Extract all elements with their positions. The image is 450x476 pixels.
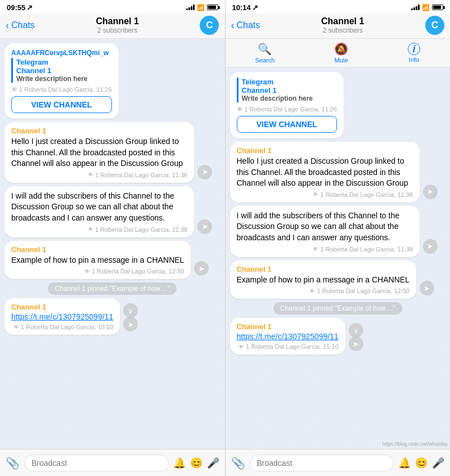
right-link-channel: Channel 1 [237, 322, 339, 331]
left-right-icons: 🔔 😊 🎤 [173, 457, 219, 469]
left-msg2-text: I will add the subscribers of this Chann… [11, 191, 187, 224]
left-msg1-eye: 👁 [88, 172, 93, 178]
right-chat-area[interactable]: Telegram Channel 1 Write description her… [226, 68, 451, 449]
left-msg2-eye: 👁 [88, 226, 93, 232]
left-attach-icon[interactable]: 📎 [6, 456, 20, 470]
right-telegram-label: Telegram [242, 78, 338, 86]
right-msg2-forward[interactable]: ➤ [423, 239, 438, 254]
right-view-channel-btn[interactable]: VIEW CHANNEL [237, 116, 338, 133]
right-back-button[interactable]: ‹ Chats [231, 20, 260, 32]
right-welcome-card: Telegram Channel 1 Write description her… [230, 72, 344, 138]
left-link-meta: 👁 1 Roberta Dal Lago Garcia, 15:10 [11, 324, 113, 330]
left-bell-icon[interactable]: 🔔 [173, 457, 186, 469]
right-back-chevron: ‹ [231, 20, 235, 32]
left-pin-notification: Channel 1 pinned "Example of how ..." [48, 282, 177, 295]
right-arrow: ↗ [252, 3, 258, 12]
right-info-icon: i [408, 43, 420, 55]
left-link-bar: Telegram Channel 1 Write description her… [11, 58, 112, 83]
left-broadcast-input[interactable] [24, 455, 169, 471]
right-msg3-eye: 👁 [309, 288, 315, 294]
right-time: 10:14 [232, 3, 251, 12]
left-back-button[interactable]: ‹ Chats [6, 20, 35, 32]
left-message-2: I will add the subscribers of this Chann… [4, 186, 194, 237]
right-status-right: 📶 [411, 4, 443, 11]
right-link-bar: Telegram Channel 1 Write description her… [237, 78, 338, 102]
left-welcome-meta: 👁 1 Roberta Dal Lago Garcia, 11:26 [11, 86, 112, 93]
right-link-eye: 👁 [238, 344, 244, 350]
left-emoji-icon[interactable]: 😊 [190, 457, 202, 469]
left-msg1-text: Hello I just created a Discussion Group … [11, 136, 187, 169]
left-header: ‹ Chats Channel 1 2 subscribers C [0, 14, 225, 39]
right-info-action[interactable]: i Info [408, 43, 420, 63]
left-msg3-eye: 👁 [84, 268, 90, 275]
right-msg3-meta: 👁 1 Roberta Dal Lago Garcia, 12:50 [237, 288, 410, 294]
left-msg1-forward[interactable]: ➤ [197, 165, 212, 179]
right-avatar[interactable]: C [425, 16, 444, 35]
right-status-bar: 10:14 ↗ 📶 [226, 0, 451, 14]
right-emoji-icon[interactable]: 😊 [415, 457, 428, 469]
right-message-2: I will add the subscribers of this Chann… [230, 206, 420, 257]
left-eye-icon: 👁 [11, 86, 17, 93]
right-search-icon: 🔍 [258, 42, 272, 56]
right-eye-icon: 👁 [237, 106, 243, 113]
left-battery-icon [207, 5, 218, 10]
left-message-1: Channel 1 Hello I just created a Discuss… [4, 122, 194, 183]
right-screen: 10:14 ↗ 📶 ‹ Chats Channel 1 2 subscriber… [226, 0, 451, 476]
left-msg2-meta: 👁 1 Roberta Dal Lago Garcia, 11:38 [11, 226, 187, 233]
right-msg1-forward[interactable]: ➤ [423, 185, 438, 199]
right-pin-notification: Channel 1 pinned "Example of how ..." [273, 302, 402, 315]
right-link-meta: 👁 1 Roberta Dal Lago Garcia, 15:10 [237, 343, 339, 350]
right-description: Write description here [242, 95, 338, 102]
left-back-chevron: ‹ [6, 20, 9, 32]
right-link-forward[interactable]: ➤ [349, 336, 363, 351]
left-link-forward[interactable]: ➤ [123, 317, 138, 331]
right-link-text[interactable]: https://t.me/c/1307925099/11 [237, 332, 339, 341]
right-right-icons: 🔔 😊 🎤 [398, 457, 444, 469]
right-welcome-meta: 👁 1 Roberta Dal Lago Garcia, 11:26 [237, 106, 338, 113]
left-channel-name: Channel 1 [96, 16, 138, 26]
left-msg3-forward[interactable]: ➤ [194, 261, 209, 276]
left-message-3: Channel 1 Example of how to pin a messag… [4, 241, 191, 280]
left-channel-url[interactable]: AAAAAFRCorvpLSKTHQmi_w [11, 49, 112, 57]
right-subscribers: 2 subscribers [321, 26, 364, 34]
left-link-eye: 👁 [14, 324, 19, 330]
right-attach-icon[interactable]: 📎 [231, 456, 245, 470]
right-msg3-channel: Channel 1 [237, 265, 410, 273]
left-view-channel-btn[interactable]: VIEW CHANNEL [11, 96, 112, 113]
right-mute-action[interactable]: 🔕 Mute [334, 42, 348, 64]
right-mic-icon[interactable]: 🎤 [432, 457, 444, 469]
left-welcome-card: AAAAAFRCorvpLSKTHQmi_w Telegram Channel … [4, 43, 119, 119]
right-signal-icon [411, 5, 420, 10]
right-msg2-meta: 👁 1 Roberta Dal Lago Garcia, 11:38 [237, 246, 413, 253]
right-msg2-text: I will add the subscribers of this Chann… [237, 210, 413, 244]
watermark: https://blog.csdn.net/whatday [382, 441, 448, 447]
right-mute-icon: 🔕 [334, 42, 348, 56]
right-channel-label: Channel 1 [242, 86, 338, 95]
left-arrow: ↗ [26, 3, 33, 12]
left-link-message: Channel 1 https://t.me/c/1307925099/11 👁… [4, 298, 120, 335]
left-msg2-forward[interactable]: ➤ [197, 219, 212, 234]
left-wifi-icon: 📶 [197, 4, 205, 11]
right-msg1-eye: 👁 [313, 191, 318, 197]
right-bell-icon[interactable]: 🔔 [398, 457, 411, 469]
right-message-1: Channel 1 Hello I just created a Discuss… [230, 142, 420, 203]
right-broadcast-input[interactable] [250, 455, 394, 471]
left-chat-area[interactable]: AAAAAFRCorvpLSKTHQmi_w Telegram Channel … [0, 39, 225, 449]
right-expand-btn[interactable]: ∨ [349, 323, 363, 338]
right-msg3-text: Example of how to pin a message in a CHA… [237, 275, 410, 286]
right-channel-name: Channel 1 [321, 16, 364, 26]
left-expand-btn[interactable]: ∨ [123, 303, 138, 318]
right-info-label: Info [409, 56, 419, 63]
left-link-text[interactable]: https://t.me/c/1307925099/11 [11, 312, 113, 321]
right-msg1-text: Hello I just created a Discussion Group … [237, 156, 413, 189]
right-msg1-meta: 👁 1 Roberta Dal Lago Garcia, 11:36 [237, 191, 413, 198]
right-link-message: Channel 1 https://t.me/c/1307925099/11 👁… [230, 318, 345, 354]
left-mic-icon[interactable]: 🎤 [207, 457, 219, 469]
right-search-label: Search [255, 57, 274, 64]
left-msg3-channel: Channel 1 [11, 245, 184, 254]
left-bottom-bar: 📎 🔔 😊 🎤 [0, 449, 225, 476]
left-avatar[interactable]: C [200, 16, 219, 35]
left-link-channel: Channel 1 [11, 303, 113, 311]
right-search-action[interactable]: 🔍 Search [255, 42, 274, 64]
right-msg3-forward[interactable]: ➤ [420, 281, 434, 295]
